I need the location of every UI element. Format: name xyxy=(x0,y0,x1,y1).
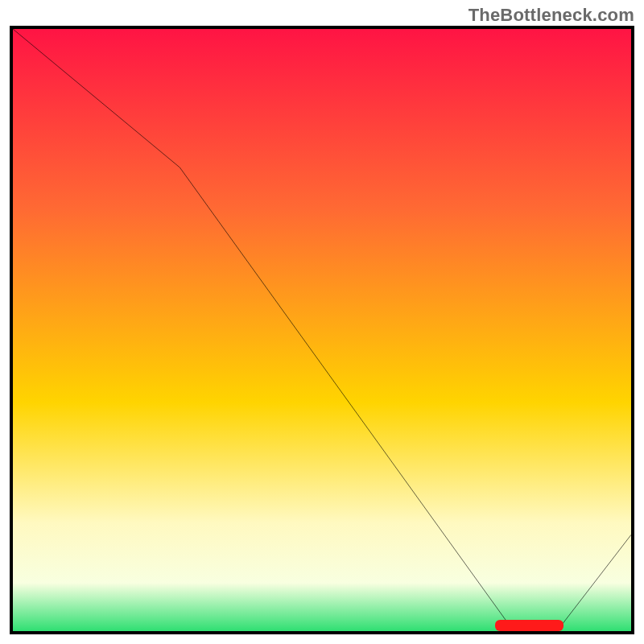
svg-rect-0 xyxy=(13,29,631,631)
gradient-background xyxy=(13,29,631,631)
plot-area xyxy=(10,26,634,634)
attribution-text: TheBottleneck.com xyxy=(469,5,634,26)
bottleneck-marker xyxy=(495,620,563,631)
chart-container: TheBottleneck.com xyxy=(0,0,644,644)
